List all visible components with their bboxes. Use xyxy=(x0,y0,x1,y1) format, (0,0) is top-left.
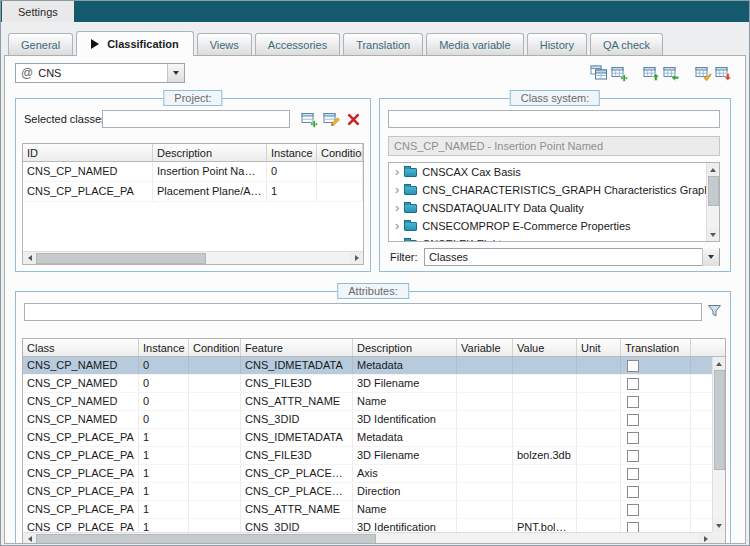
attribute-row[interactable]: CNS_CP_PLACE_PA1CNS_ATTR_NAMEName xyxy=(23,501,712,519)
triangle-left-icon xyxy=(28,255,32,261)
export-table-button[interactable] xyxy=(713,63,733,83)
class-tree-vscrollbar[interactable] xyxy=(706,163,719,241)
translation-checkbox[interactable] xyxy=(627,522,639,533)
new-table-button[interactable] xyxy=(609,63,629,83)
attribute-row[interactable]: CNS_CP_PLACE_PA1CNS_CP_PLACE_AXI...Direc… xyxy=(23,483,712,501)
translation-checkbox[interactable] xyxy=(627,432,639,444)
scroll-thumb[interactable] xyxy=(36,534,376,545)
attribute-cell-feature: CNS_FILE3D xyxy=(241,375,353,392)
scroll-right-button[interactable] xyxy=(350,252,363,265)
filter-button[interactable] xyxy=(705,302,723,320)
scroll-down-button[interactable] xyxy=(713,519,726,532)
translation-checkbox[interactable] xyxy=(627,414,639,426)
tab-classification[interactable]: Classification xyxy=(76,31,194,56)
scroll-right-button[interactable] xyxy=(699,533,712,545)
edit-class-button[interactable] xyxy=(322,110,340,128)
attributes-vscrollbar[interactable] xyxy=(712,357,725,532)
transfer-class-button[interactable] xyxy=(661,63,681,83)
context-combo[interactable]: @ CNS xyxy=(15,63,185,83)
translation-checkbox[interactable] xyxy=(627,396,639,408)
attributes-column-header[interactable]: Unit xyxy=(577,339,621,356)
triangle-down-icon xyxy=(716,524,722,528)
attribute-cell-feature: CNS_CP_PLACE_AXI... xyxy=(241,483,353,500)
scroll-down-button[interactable] xyxy=(707,228,720,241)
scroll-up-button[interactable] xyxy=(707,163,720,176)
attribute-row[interactable]: CNS_CP_PLACE_PA1CNS_FILE3D3D Filenamebol… xyxy=(23,447,712,465)
class-tree-item[interactable]: ›CNSECOMPROP E-Commerce Properties xyxy=(389,217,719,235)
attribute-cell-value xyxy=(513,411,577,428)
attribute-row[interactable]: CNS_CP_PLACE_PA1CNS_3DID3D Identificatio… xyxy=(23,519,712,532)
project-row[interactable]: CNS_CP_NAMEDInsertion Point Named0 xyxy=(23,162,363,182)
attributes-hscrollbar[interactable] xyxy=(23,532,712,544)
attributes-column-header[interactable]: Instance xyxy=(139,339,189,356)
project-column-header[interactable]: ID xyxy=(23,144,153,161)
scroll-thumb[interactable] xyxy=(36,253,206,264)
project-column-header[interactable]: Description xyxy=(153,144,267,161)
filter-combo[interactable]: Classes xyxy=(424,248,720,266)
project-row[interactable]: CNS_CP_PLACE_PAPlacement Plane/Axis1 xyxy=(23,182,363,202)
translation-checkbox[interactable] xyxy=(627,504,639,516)
expand-chevron-icon[interactable]: › xyxy=(395,164,399,179)
tab-general[interactable]: General xyxy=(8,33,73,55)
scroll-up-button[interactable] xyxy=(713,357,726,370)
scroll-left-button[interactable] xyxy=(23,252,36,265)
attributes-column-header[interactable]: Description xyxy=(353,339,457,356)
context-combo-value: CNS xyxy=(38,67,167,79)
project-hscrollbar[interactable] xyxy=(23,251,363,264)
add-class-button[interactable] xyxy=(300,110,318,128)
check-table-button[interactable] xyxy=(693,63,713,83)
translation-checkbox[interactable] xyxy=(627,450,639,462)
class-tree-item[interactable]: ›CNSCAX Cax Basis xyxy=(389,163,719,181)
attributes-column-header[interactable]: Variable xyxy=(457,339,513,356)
attributes-column-header[interactable]: Value xyxy=(513,339,577,356)
copy-table-button[interactable] xyxy=(589,63,609,83)
window-title-tab[interactable]: Settings xyxy=(2,1,74,22)
class-tree-item[interactable]: ›CNSELEK Elektro xyxy=(389,235,719,242)
attribute-cell-feature: CNS_IDMETADATA xyxy=(241,429,353,446)
attributes-column-header[interactable]: Condition xyxy=(189,339,241,356)
attributes-column-header[interactable]: Feature xyxy=(241,339,353,356)
translation-checkbox[interactable] xyxy=(627,360,639,372)
attribute-cell-instance: 1 xyxy=(139,483,189,500)
expand-chevron-icon[interactable]: › xyxy=(395,182,399,197)
attributes-column-header[interactable]: Translation xyxy=(621,339,691,356)
tab-views[interactable]: Views xyxy=(197,33,252,55)
project-column-header[interactable]: Condition xyxy=(317,144,363,161)
tab-translation[interactable]: Translation xyxy=(343,33,423,55)
translation-checkbox[interactable] xyxy=(627,486,639,498)
scroll-left-button[interactable] xyxy=(23,533,36,545)
folder-icon xyxy=(404,222,417,231)
tab-media-variable[interactable]: Media variable xyxy=(426,33,524,55)
attributes-column-header[interactable]: Class xyxy=(23,339,139,356)
selected-classes-label: Selected classes xyxy=(24,113,107,125)
scroll-thumb[interactable] xyxy=(714,370,725,470)
expand-chevron-icon[interactable]: › xyxy=(395,200,399,215)
attribute-row[interactable]: CNS_CP_PLACE_PA1CNS_CP_PLACE_AXI...Axis xyxy=(23,465,712,483)
tab-qa-check[interactable]: QA check xyxy=(590,33,663,55)
scroll-thumb[interactable] xyxy=(708,176,719,206)
attributes-search-input[interactable] xyxy=(24,303,702,321)
attribute-row[interactable]: CNS_CP_NAMED0CNS_ATTR_NAMEName xyxy=(23,393,712,411)
translation-checkbox[interactable] xyxy=(627,468,639,480)
filter-combo-dropdown-button[interactable] xyxy=(702,248,719,266)
attribute-cell-unit xyxy=(577,429,621,446)
class-tree-item[interactable]: ›CNSDATAQUALITY Data Quality xyxy=(389,199,719,217)
class-system-search-input[interactable] xyxy=(388,110,720,128)
selected-classes-input[interactable] xyxy=(102,110,290,128)
attribute-row[interactable]: CNS_CP_NAMED0CNS_IDMETADATAMetadata xyxy=(23,357,712,375)
tab-history[interactable]: History xyxy=(527,33,587,55)
expand-chevron-icon[interactable]: › xyxy=(395,236,399,243)
remove-class-button[interactable] xyxy=(344,110,362,128)
attribute-cell-condition xyxy=(189,519,241,532)
expand-chevron-icon[interactable]: › xyxy=(395,218,399,233)
tab-accessories[interactable]: Accessories xyxy=(255,33,340,55)
class-tree-item[interactable]: ›CNS_CHARACTERISTICS_GRAPH Characteristi… xyxy=(389,181,719,199)
import-class-button[interactable] xyxy=(641,63,661,83)
attribute-row[interactable]: CNS_CP_PLACE_PA1CNS_IDMETADATAMetadata xyxy=(23,429,712,447)
project-table-header: IDDescriptionInstanceCondition xyxy=(23,144,363,162)
project-column-header[interactable]: Instance xyxy=(267,144,317,161)
attribute-row[interactable]: CNS_CP_NAMED0CNS_FILE3D3D Filename xyxy=(23,375,712,393)
context-combo-dropdown-button[interactable] xyxy=(167,64,184,82)
attribute-row[interactable]: CNS_CP_NAMED0CNS_3DID3D Identification xyxy=(23,411,712,429)
translation-checkbox[interactable] xyxy=(627,378,639,390)
